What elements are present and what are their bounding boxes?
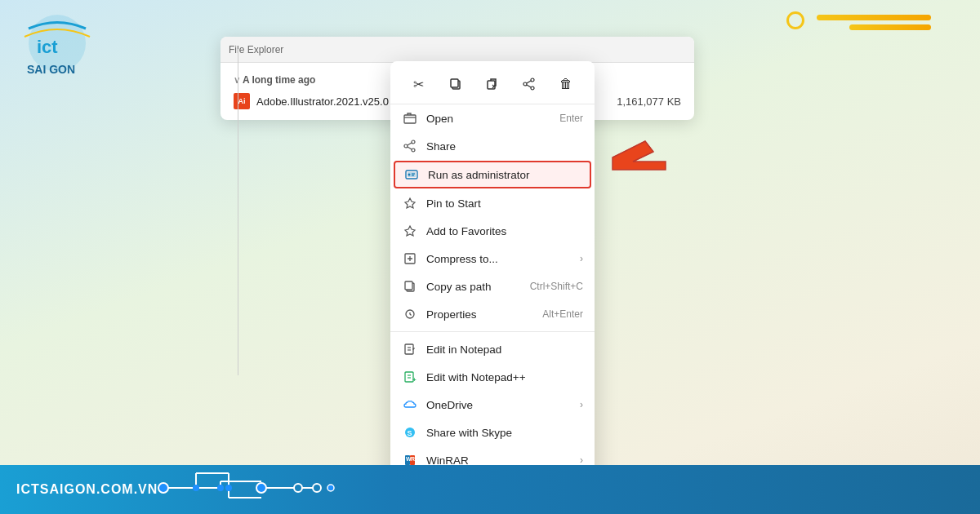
svg-point-54 [193, 485, 199, 491]
svg-point-45 [158, 483, 168, 493]
vert-divider [238, 49, 238, 375]
compress-item[interactable]: Compress to... › [390, 245, 595, 273]
deco-line-2 [849, 24, 931, 30]
open-shortcut: Enter [559, 113, 583, 124]
open-label: Open [426, 113, 559, 125]
share-label: Share [426, 140, 583, 153]
onedrive-icon [402, 397, 418, 413]
context-menu: ✂ 🗑 [390, 61, 595, 514]
svg-point-59 [294, 484, 302, 492]
run-as-admin-item[interactable]: Run as administrator [394, 161, 591, 188]
add-to-favorites-item[interactable]: Add to Favorites [390, 217, 595, 245]
deco-lines [817, 15, 931, 30]
arrow-pointer [604, 137, 670, 181]
svg-line-15 [408, 143, 412, 145]
favorites-label: Add to Favorites [426, 225, 583, 237]
svg-point-62 [327, 485, 334, 491]
open-item[interactable]: Open Enter [390, 104, 595, 132]
share-item[interactable]: Share [390, 132, 595, 160]
svg-rect-11 [404, 115, 416, 123]
svg-line-16 [408, 147, 412, 149]
edit-notepadpp-label: Edit with Notepad++ [426, 371, 583, 383]
svg-text:SAI GON: SAI GON [27, 63, 75, 76]
file-icon-ai: Ai [234, 93, 250, 109]
copy-as-path-label: Copy as path [426, 281, 530, 293]
delete-button[interactable]: 🗑 [553, 71, 579, 97]
edit-notepad-icon [402, 341, 418, 357]
properties-label: Properties [426, 308, 542, 321]
svg-point-8 [523, 82, 527, 86]
svg-text:ict: ict [37, 37, 58, 57]
pin-to-start-label: Pin to Start [426, 197, 583, 210]
svg-point-60 [313, 484, 321, 492]
copy-button[interactable] [443, 71, 469, 97]
compress-label: Compress to... [426, 253, 580, 265]
skype-icon: S [402, 424, 418, 441]
divider-1 [390, 331, 595, 332]
share-skype-label: Share with Skype [426, 427, 583, 439]
svg-point-12 [412, 140, 415, 144]
svg-point-6 [531, 78, 534, 82]
edit-notepadpp-item[interactable]: + Edit with Notepad++ [390, 363, 595, 391]
pin-to-start-icon [402, 195, 418, 211]
onedrive-item[interactable]: OneDrive › [390, 391, 595, 419]
bottom-bar: ICTSAIGON.COM.VN [0, 465, 980, 514]
ict-saigon-logo: ict SAI GON [12, 12, 102, 89]
share-icon [402, 138, 418, 154]
svg-point-13 [412, 148, 415, 152]
onedrive-arrow: › [580, 399, 583, 410]
file-size: 1,161,077 KB [617, 95, 681, 108]
edit-notepad-item[interactable]: Edit in Notepad [390, 335, 595, 363]
svg-rect-24 [405, 281, 412, 290]
deco-line-1 [817, 15, 931, 20]
winrar-arrow: › [580, 454, 583, 466]
properties-shortcut: Alt+Enter [542, 308, 583, 320]
svg-point-7 [531, 86, 534, 90]
copy-as-path-icon [402, 278, 418, 295]
svg-line-9 [527, 81, 531, 83]
svg-text:R: R [411, 456, 415, 462]
compress-arrow: › [580, 253, 583, 264]
run-as-admin-label: Run as administrator [428, 169, 581, 181]
favorites-icon [402, 223, 418, 239]
edit-notepad-label: Edit in Notepad [426, 343, 583, 356]
svg-point-19 [408, 174, 411, 176]
deco-circle [786, 11, 804, 29]
properties-icon [402, 306, 418, 322]
svg-point-56 [225, 485, 232, 491]
paste-shortcut-button[interactable] [479, 71, 506, 97]
pin-to-start-item[interactable]: Pin to Start [390, 189, 595, 217]
bottom-url: ICTSAIGON.COM.VN [16, 482, 158, 497]
share-icon-button[interactable] [516, 71, 542, 97]
run-as-admin-icon [403, 166, 420, 183]
context-menu-icon-bar: ✂ 🗑 [390, 66, 595, 104]
open-icon [402, 110, 418, 126]
properties-item[interactable]: Properties Alt+Enter [390, 300, 595, 328]
share-skype-item[interactable]: S Share with Skype [390, 419, 595, 446]
svg-text:+: + [412, 376, 416, 383]
svg-text:S: S [408, 429, 412, 437]
cut-button[interactable]: ✂ [406, 71, 432, 97]
copy-as-path-item[interactable]: Copy as path Ctrl+Shift+C [390, 273, 595, 300]
svg-point-14 [404, 144, 408, 148]
edit-notepadpp-icon: + [402, 369, 418, 385]
circuit-decoration [155, 465, 335, 510]
explorer-header: File Explorer [220, 37, 694, 63]
svg-rect-5 [488, 81, 495, 89]
svg-line-10 [527, 85, 531, 87]
svg-point-55 [217, 485, 224, 491]
compress-icon [402, 250, 418, 267]
svg-rect-26 [405, 344, 413, 354]
copy-as-path-shortcut: Ctrl+Shift+C [530, 281, 583, 292]
svg-rect-4 [451, 79, 458, 87]
onedrive-label: OneDrive [426, 399, 580, 411]
svg-point-57 [256, 483, 266, 493]
